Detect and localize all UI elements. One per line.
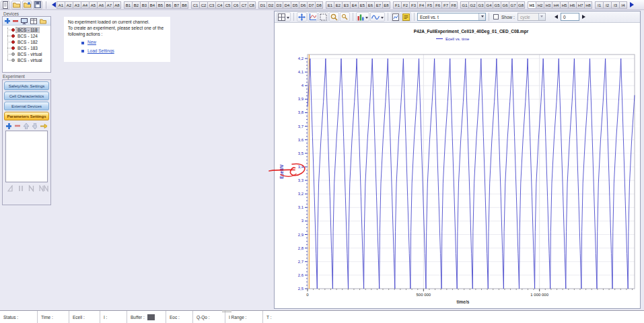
device-item-bcs-118[interactable]: BCS - 118 xyxy=(3,27,50,33)
channel-button-D7[interactable]: D7 xyxy=(307,1,315,9)
pause-icon[interactable] xyxy=(18,185,24,192)
next-technique-icon[interactable] xyxy=(7,185,13,192)
channel-button-C6[interactable]: C6 xyxy=(231,1,240,9)
channel-button-H8[interactable]: H8 xyxy=(584,1,592,9)
channel-button-H7[interactable]: H7 xyxy=(576,1,584,9)
chart-area[interactable]: 4,24,143,93,83,73,63,53,43,33,23,132,92,… xyxy=(275,23,640,308)
save-button[interactable] xyxy=(33,1,42,9)
channel-button-H1[interactable]: H1 xyxy=(528,1,536,9)
cycle-spinner-increment-button[interactable] xyxy=(582,15,587,19)
add-step-icon[interactable] xyxy=(6,123,11,129)
channel-button-A3[interactable]: A3 xyxy=(73,1,81,9)
channel-button-B6[interactable]: B6 xyxy=(164,1,172,9)
channel-button-B1[interactable]: B1 xyxy=(124,1,132,9)
channel-button-H6[interactable]: H6 xyxy=(568,1,576,9)
cycle-spinner-decrement-button[interactable] xyxy=(552,15,558,19)
channel-button-C8[interactable]: C8 xyxy=(248,1,256,9)
channel-button-D2[interactable]: D2 xyxy=(266,1,275,9)
channel-button-B2[interactable]: B2 xyxy=(132,1,140,9)
channel-button-E4[interactable]: E4 xyxy=(350,1,358,9)
channel-button-I2[interactable]: I2 xyxy=(603,1,611,9)
technique-list[interactable] xyxy=(5,131,48,182)
channel-button-C2[interactable]: C2 xyxy=(199,1,207,9)
copy-graph-button[interactable] xyxy=(391,12,400,22)
next-sequence-icon[interactable] xyxy=(28,185,34,192)
channel-button-D8[interactable]: D8 xyxy=(315,1,323,9)
channel-button-A1[interactable]: A1 xyxy=(57,1,65,9)
channel-button-B4[interactable]: B4 xyxy=(148,1,156,9)
experiment-tab-cell-characteristics[interactable]: Cell Characteristics xyxy=(4,92,49,100)
channel-button-A4[interactable]: A4 xyxy=(81,1,89,9)
channel-button-G8[interactable]: G8 xyxy=(517,1,525,9)
cycle-combobox[interactable]: cycle xyxy=(517,13,546,21)
channel-button-F1[interactable]: F1 xyxy=(393,1,401,9)
channel-button-D4[interactable]: D4 xyxy=(283,1,291,9)
channel-button-A2[interactable]: A2 xyxy=(65,1,73,9)
channel-button-A6[interactable]: A6 xyxy=(97,1,105,9)
link-load-settings[interactable]: Load Settings xyxy=(87,48,114,55)
new-experiment-button[interactable] xyxy=(1,1,10,9)
device-item-bcs-virtual[interactable]: BCS - virtual xyxy=(3,51,50,57)
experiment-tab-external-devices[interactable]: External Devices xyxy=(4,102,49,110)
channel-button-G1[interactable]: G1 xyxy=(460,1,468,9)
channels-scroll-left-button[interactable] xyxy=(49,1,55,9)
channel-button-F6[interactable]: F6 xyxy=(433,1,441,9)
channel-button-A5[interactable]: A5 xyxy=(89,1,97,9)
channel-button-G2[interactable]: G2 xyxy=(468,1,476,9)
experiment-tab-parameters-settings[interactable]: Parameters Settings xyxy=(4,112,49,120)
zoom-in-button[interactable] xyxy=(329,12,339,22)
channel-button-C5[interactable]: C5 xyxy=(223,1,231,9)
channel-button-D1[interactable]: D1 xyxy=(258,1,266,9)
channels-scroll-right-button[interactable] xyxy=(630,1,636,9)
channel-button-A8[interactable]: A8 xyxy=(113,1,121,9)
channel-button-C4[interactable]: C4 xyxy=(215,1,223,9)
channel-button-B5[interactable]: B5 xyxy=(156,1,164,9)
channel-button-H2[interactable]: H2 xyxy=(536,1,544,9)
device-item-bcs-124[interactable]: BCS - 124 xyxy=(3,33,50,39)
insert-step-icon[interactable] xyxy=(40,123,47,129)
channel-button-G6[interactable]: G6 xyxy=(501,1,509,9)
skip-all-icon[interactable] xyxy=(39,185,48,192)
channel-button-C3[interactable]: C3 xyxy=(207,1,215,9)
channel-button-A7[interactable]: A7 xyxy=(105,1,113,9)
channel-button-C1[interactable]: C1 xyxy=(191,1,199,9)
remove-step-icon[interactable] xyxy=(15,124,20,127)
open-button[interactable] xyxy=(11,1,21,9)
channel-button-D3[interactable]: D3 xyxy=(275,1,283,9)
device-table-icon[interactable] xyxy=(30,18,37,24)
channel-button-H3[interactable]: H3 xyxy=(544,1,552,9)
channel-button-F3[interactable]: F3 xyxy=(409,1,417,9)
channel-button-C7[interactable]: C7 xyxy=(240,1,248,9)
move-down-icon[interactable] xyxy=(32,123,37,129)
channel-button-F8[interactable]: F8 xyxy=(450,1,458,9)
device-folder-icon[interactable] xyxy=(40,18,46,24)
device-item-bcs-183[interactable]: BCS - 183 xyxy=(3,45,50,51)
channel-button-G3[interactable]: G3 xyxy=(476,1,485,9)
graph-properties-button[interactable] xyxy=(401,12,411,22)
curve-style-button[interactable] xyxy=(370,12,385,22)
move-up-icon[interactable] xyxy=(24,123,28,129)
channel-button-H4[interactable]: H4 xyxy=(552,1,560,9)
device-item-bcs-virtual[interactable]: BCS - virtual xyxy=(3,57,50,63)
channel-button-H5[interactable]: H5 xyxy=(560,1,568,9)
chart-format-button[interactable] xyxy=(356,12,369,22)
combobox-dropdown-button[interactable] xyxy=(538,13,545,20)
ecell-vs-time-chart[interactable]: 4,24,143,93,83,73,63,53,43,33,23,132,92,… xyxy=(275,23,640,308)
device-monitor-icon[interactable] xyxy=(21,18,28,24)
plot-type-combobox[interactable]: Ecell vs. t xyxy=(417,13,486,21)
channel-button-E2[interactable]: E2 xyxy=(334,1,342,9)
channel-button-I3[interactable]: I3 xyxy=(611,1,619,9)
channel-button-E8[interactable]: E8 xyxy=(382,1,390,9)
channel-button-F2[interactable]: F2 xyxy=(401,1,409,9)
channel-button-B3[interactable]: B3 xyxy=(140,1,148,9)
cycle-spinner-field[interactable]: 0 xyxy=(561,13,579,21)
device-item-bcs-182[interactable]: BCS - 182 xyxy=(3,39,50,45)
zoom-out-button[interactable] xyxy=(340,12,350,22)
channel-button-E7[interactable]: E7 xyxy=(374,1,382,9)
show-checkbox[interactable] xyxy=(493,14,499,20)
axis-zoom-button[interactable] xyxy=(308,12,318,22)
channel-button-G5[interactable]: G5 xyxy=(493,1,501,9)
channel-button-I1[interactable]: I1 xyxy=(595,1,603,9)
channel-button-E5[interactable]: E5 xyxy=(358,1,366,9)
load-settings-button[interactable] xyxy=(22,1,32,9)
